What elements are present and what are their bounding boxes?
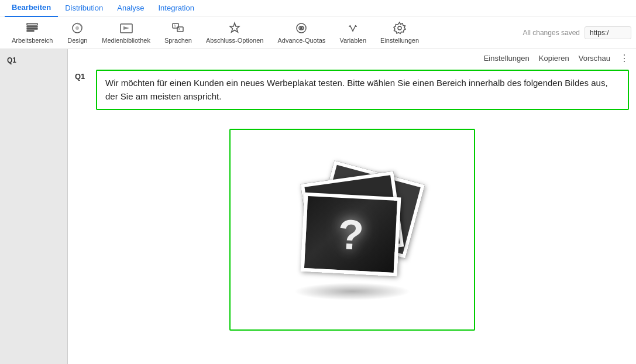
question-number: Q1 [75,70,89,81]
svg-point-12 [301,28,302,29]
arbeitsbereich-icon [25,21,39,35]
variablen-icon [346,21,360,35]
nav-analyse[interactable]: Analyse [110,0,151,16]
sprachen-icon: A A [171,21,185,35]
abschluss-optionen-icon [228,21,242,35]
url-display[interactable]: https:/ [585,26,631,39]
toolbar-sprachen[interactable]: A A Sprachen [157,18,199,48]
photo-shadow [294,283,411,300]
main-layout: Q1 Einstellungen Kopieren Vorschau ⋮ Q1 … [0,49,636,364]
image-drop-zone[interactable]: ? [229,129,475,331]
image-container: ? [68,117,636,342]
toolbar-medienbibliothek[interactable]: Medienbibliothek [95,18,157,48]
nav-distribution[interactable]: Distribution [58,0,110,16]
toolbar: Arbeitsbereich Design Medienbibliothek A… [0,16,636,49]
question-toolbar: Einstellungen Kopieren Vorschau ⋮ [68,49,636,67]
toolbar-arbeitsbereich[interactable]: Arbeitsbereich [5,18,60,48]
svg-rect-2 [27,29,37,30]
medienbibliothek-icon [119,21,133,35]
svg-rect-1 [27,26,37,28]
question-row: Q1 Wir möchten für einen Kunden ein neue… [68,67,636,117]
nav-bearbeiten[interactable]: Bearbeiten [5,0,58,17]
question-mark-symbol: ? [336,212,365,256]
toolbar-advance-quotas[interactable]: Advance-Quotas [270,18,332,48]
svg-point-13 [398,26,401,30]
question-number-sidebar: Q1 [2,54,21,67]
preview-action[interactable]: Vorschau [579,54,610,63]
toolbar-design[interactable]: Design [60,18,95,48]
photo-stack: ? [288,166,417,294]
toolbar-einstellungen[interactable]: Einstellungen [373,18,426,48]
photo-front: ? [300,192,401,276]
einstellungen-icon [393,21,407,35]
content-area: Einstellungen Kopieren Vorschau ⋮ Q1 Wir… [68,49,636,364]
sidebar: Q1 [0,49,68,364]
svg-text:A: A [178,28,181,31]
nav-integration[interactable]: Integration [151,0,201,16]
copy-action[interactable]: Kopieren [539,54,569,63]
advance-quotas-icon [294,21,308,35]
top-nav: Bearbeiten Distribution Analyse Integrat… [0,0,636,16]
question-text[interactable]: Wir möchten für einen Kunden ein neues W… [96,70,629,110]
svg-rect-0 [27,23,37,25]
more-actions-icon[interactable]: ⋮ [620,53,629,64]
toolbar-variablen[interactable]: Variablen [332,18,373,48]
svg-point-5 [75,26,79,30]
svg-text:A: A [174,24,176,28]
svg-rect-3 [27,30,34,32]
save-status: All changes saved [523,29,580,37]
toolbar-abschluss-optionen[interactable]: Abschluss-Optionen [199,18,270,48]
settings-action[interactable]: Einstellungen [484,54,530,63]
design-icon [70,21,84,35]
